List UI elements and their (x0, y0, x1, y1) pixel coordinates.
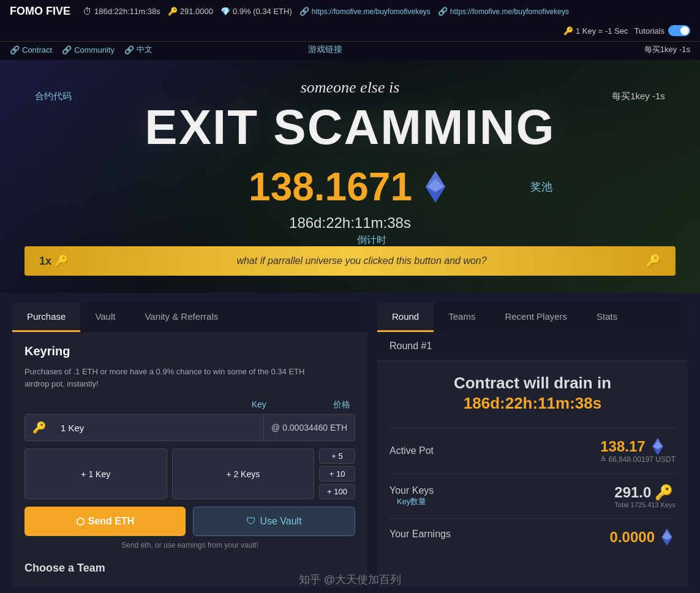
keyring-title: Keyring (24, 344, 355, 358)
price-at: @ (271, 423, 280, 432)
chinese-link[interactable]: 🔗 中文 (124, 44, 152, 55)
price-eth-value: 0.00034460 ETH (282, 423, 347, 432)
active-pot-value: 138.17 (600, 438, 676, 455)
contract-link[interactable]: 🔗 Contract (10, 45, 52, 55)
timer-stat: ⏱ 186d:22h:11m:38s (83, 6, 160, 17)
round-info-header: Round #1 (377, 332, 688, 361)
use-vault-button[interactable]: 🛡 Use Vault (193, 507, 355, 536)
plus10-button[interactable]: + 10 (319, 466, 355, 482)
send-eth-button[interactable]: ⬡ Send ETH (24, 507, 186, 536)
your-earnings-value: 0.0000 (610, 529, 676, 546)
hero-section: 合约代码 每买1key -1s someone else is EXIT SCA… (0, 60, 700, 293)
left-tab-bar: Purchase Vault Vanity & Referrals (12, 303, 367, 332)
hero-eth-amount: 138.1671 (249, 164, 412, 210)
bulk-qty-group: + 5 + 10 + 100 (319, 448, 355, 499)
your-keys-row: Your Keys Key数量 291.0 🔑 Total 1725.413 K… (390, 484, 676, 508)
hero-timer: 186d:22h:11m:38s (289, 214, 411, 232)
buy-link-1[interactable]: 🔗 https://fomofive.me/buyfomofivekeys (299, 7, 431, 16)
watermark: 知乎 @大天使加百列 (299, 572, 401, 587)
buy-link-2-text: https://fomofive.me/buyfomofivekeys (450, 7, 569, 16)
your-keys-left: Your Keys Key数量 (390, 485, 434, 507)
clock-icon: ⏱ (83, 6, 92, 17)
banner-key-count: 1x 🔑 (39, 254, 68, 268)
action-buttons: ⬡ Send ETH 🛡 Use Vault (24, 507, 355, 536)
purchase-desc: Purchases of .1 ETH or more have a 0.9% … (24, 366, 355, 390)
purchase-desc-line1: Purchases of .1 ETH or more have a 0.9% … (24, 367, 304, 376)
divider-1 (390, 428, 676, 428)
hero-subtitle: someone else is (12, 78, 688, 97)
left-panel: Purchase Vault Vanity & Referrals Keyrin… (12, 303, 367, 587)
active-pot-value-group: 138.17 ≙ 66,848.00197 USDT (600, 438, 676, 464)
game-link: 游戏链接 (308, 44, 342, 55)
right-tab-bar: Round Teams Recent Players Stats (377, 303, 688, 332)
your-earnings-row: Your Earnings 0.0000 (390, 529, 676, 546)
banner[interactable]: 1x 🔑 what if parrallel universe you clic… (24, 246, 676, 276)
key-quantity-input[interactable] (53, 415, 263, 440)
active-pot-label: Active Pot (390, 445, 434, 456)
tab-teams[interactable]: Teams (434, 303, 490, 332)
chinese-label: 中文 (137, 44, 152, 55)
contract-label: Contract (22, 45, 52, 55)
key-icon-keys: 🔑 (655, 484, 673, 501)
right-nav-links: 🔑 1 Key = -1 Sec Tutorials (563, 25, 690, 36)
plus5-button[interactable]: + 5 (319, 448, 355, 464)
round-main: Contract will drain in 186d:22h:11m:38s … (377, 361, 688, 558)
divider-3 (390, 518, 676, 519)
key-icon-box: 🔑 (25, 415, 53, 440)
banner-right-icon: 🔑 (645, 254, 661, 268)
tab-round[interactable]: Round (377, 303, 434, 332)
vault-icon-btn: 🛡 (246, 516, 256, 527)
banner-text: what if parrallel universe you clicked t… (78, 255, 645, 266)
eth-diamond-icon (420, 171, 451, 203)
tutorials-section: Tutorials (634, 25, 690, 36)
eth-stat: 💎 0.9% (0.34 ETH) (220, 7, 292, 16)
key-icon-2: 🔑 (563, 26, 573, 36)
gem-icon: 💎 (220, 7, 230, 16)
link-icon-1: 🔗 (299, 7, 309, 16)
eth-percent-value: 0.9% (0.34 ETH) (233, 7, 292, 16)
keys-value: 291.0000 (180, 7, 213, 16)
key-icon: 🔑 (168, 7, 178, 16)
plus1-button[interactable]: + 1 Key (24, 448, 167, 499)
buy-per-key: 每买1key -1s (644, 44, 690, 55)
keys-stat: 🔑 291.0000 (168, 7, 213, 16)
key-price-display: @ 0.00034460 ETH (263, 415, 355, 440)
your-keys-value: 291.0 🔑 (614, 484, 676, 501)
eth-icon-btn: ⬡ (76, 516, 85, 527)
tab-purchase[interactable]: Purchase (12, 303, 80, 332)
link-icon-contract: 🔗 (10, 45, 20, 55)
buy-link-2[interactable]: 🔗 https://fomofive.me/buyfomofivekeys (438, 7, 569, 16)
hero-title: EXIT SCAMMING (12, 103, 688, 152)
community-link[interactable]: 🔗 Community (62, 45, 115, 55)
drain-timer: 186d:22h:11m:38s (390, 394, 676, 413)
main-content: Purchase Vault Vanity & Referrals Keyrin… (0, 293, 700, 593)
plus100-button[interactable]: + 100 (319, 484, 355, 499)
key-price-labels: Key 价格 (24, 399, 355, 410)
tab-vanity-referrals[interactable]: Vanity & Referrals (130, 303, 233, 332)
your-earnings-label: Your Earnings (390, 529, 451, 540)
drain-title-line1: Contract will drain in (390, 373, 676, 394)
hero-amount-row: 138.1671 奖池 (12, 164, 688, 210)
tutorials-toggle[interactable] (668, 25, 690, 36)
send-eth-label: Send ETH (88, 516, 135, 527)
buy-link-1-text: https://fomofive.me/buyfomofivekeys (312, 7, 431, 16)
tab-vault[interactable]: Vault (80, 303, 130, 332)
key-input-row: 🔑 @ 0.00034460 ETH (24, 414, 355, 441)
quantity-buttons: + 1 Key + 2 Keys + 5 + 10 + 100 (24, 448, 355, 499)
link-icon-community: 🔗 (62, 45, 72, 55)
total-keys-label: Total 1725.413 Keys (614, 501, 676, 508)
app-logo: FOMO FIVE (10, 5, 70, 18)
prize-pool-label: 奖池 (530, 179, 552, 194)
tab-recent-players[interactable]: Recent Players (490, 303, 582, 332)
eth-icon-earnings (658, 529, 676, 546)
contract-drain-info: Contract will drain in 186d:22h:11m:38s (390, 373, 676, 413)
top-nav: FOMO FIVE ⏱ 186d:22h:11m:38s 🔑 291.0000 … (0, 0, 700, 42)
right-panel: Round Teams Recent Players Stats Round #… (377, 303, 688, 587)
purchase-panel: Keyring Purchases of .1 ETH or more have… (12, 332, 367, 587)
tab-stats[interactable]: Stats (582, 303, 632, 332)
community-label: Community (74, 45, 115, 55)
purchase-desc-line2: airdrop pot, instantly! (24, 379, 99, 388)
sub-nav: 🔗 Contract 🔗 Community 🔗 中文 游戏链接 每买1key … (0, 42, 700, 60)
eth-icon-pot (649, 438, 666, 455)
plus2-button[interactable]: + 2 Keys (172, 448, 315, 499)
